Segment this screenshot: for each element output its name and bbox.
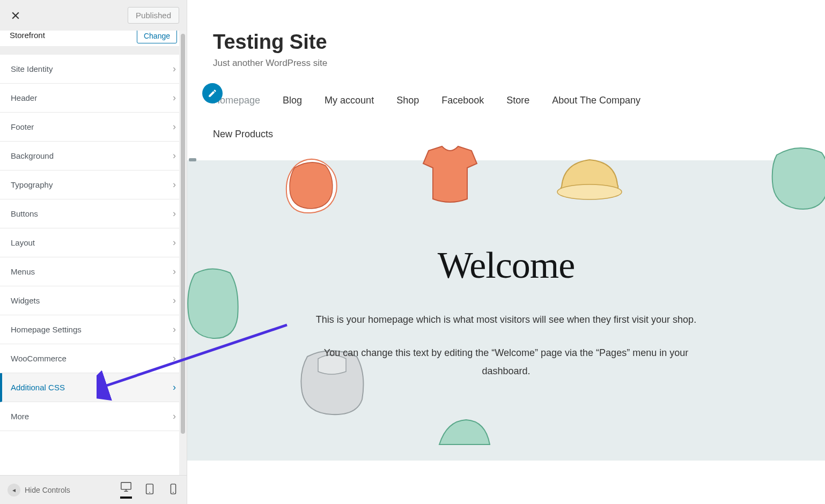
chevron-right-icon: › — [173, 63, 176, 75]
panel-background[interactable]: Background› — [0, 142, 187, 171]
panel-header[interactable]: Header› — [0, 84, 187, 113]
hide-controls-label: Hide Controls — [25, 486, 70, 494]
panel-label: Header — [11, 93, 37, 102]
collapse-left-icon: ◂ — [8, 484, 20, 496]
panel-label: Background — [11, 151, 54, 160]
welcome-heading: Welcome — [219, 244, 793, 287]
panel-label: WooCommerce — [11, 354, 67, 363]
chevron-right-icon: › — [173, 150, 176, 161]
site-title: Testing Site — [213, 31, 825, 54]
panel-typography[interactable]: Typography› — [0, 171, 187, 199]
panel-label: More — [11, 412, 29, 421]
panel-label: Menus — [11, 267, 35, 276]
panel-additional-css[interactable]: Additional CSS› — [0, 373, 187, 402]
chevron-right-icon: › — [173, 295, 176, 306]
welcome-section: Welcome This is your homepage which is w… — [187, 244, 825, 396]
nav-item-new-products[interactable]: New Products — [213, 129, 273, 139]
panel-label: Footer — [11, 122, 34, 131]
panel-layout[interactable]: Layout› — [0, 228, 187, 257]
partial-illustration — [434, 418, 493, 450]
panel-homepage-settings[interactable]: Homepage Settings› — [0, 315, 187, 344]
panel-label: Buttons — [11, 209, 38, 218]
device-switcher — [120, 481, 179, 499]
close-icon — [10, 10, 21, 21]
edit-shortcut-button[interactable] — [202, 83, 223, 103]
panel-label: Typography — [11, 180, 53, 189]
panel-label: Widgets — [11, 296, 40, 305]
panel-scroll-area: Active theme Storefront Change Site Iden… — [0, 31, 187, 475]
site-header: Testing Site Just another WordPress site — [187, 16, 825, 69]
device-desktop-button[interactable] — [120, 481, 132, 499]
cap-illustration — [552, 152, 627, 209]
pencil-icon — [208, 88, 217, 98]
panel-label: Homepage Settings — [11, 325, 82, 334]
panel-footer[interactable]: Footer› — [0, 113, 187, 142]
nav-item-shop[interactable]: Shop — [396, 95, 419, 106]
panel-site-identity[interactable]: Site Identity› — [0, 55, 187, 84]
chevron-right-icon: › — [173, 353, 176, 364]
nav-item-blog[interactable]: Blog — [283, 95, 302, 106]
panel-label: Site Identity — [11, 64, 53, 73]
accordion-list: Site Identity› Header› Footer› Backgroun… — [0, 55, 187, 431]
welcome-paragraph-1: This is your homepage which is what most… — [303, 310, 710, 329]
chevron-right-icon: › — [173, 266, 176, 277]
sidebar-footer: ◂ Hide Controls — [0, 475, 187, 504]
homepage-hero: Welcome This is your homepage which is w… — [187, 160, 825, 461]
primary-nav: Homepage Blog My account Shop Facebook S… — [187, 81, 825, 122]
panel-woocommerce[interactable]: WooCommerce› — [0, 344, 187, 373]
panel-menus[interactable]: Menus› — [0, 257, 187, 286]
mobile-icon — [167, 483, 179, 495]
chevron-right-icon: › — [173, 237, 176, 248]
jacket-illustration — [766, 144, 825, 214]
desktop-icon — [120, 481, 132, 493]
svg-point-9 — [557, 184, 622, 199]
nav-item-about[interactable]: About The Company — [552, 95, 640, 106]
scrollbar-thumb[interactable] — [181, 34, 185, 434]
panel-more[interactable]: More› — [0, 402, 187, 431]
chevron-right-icon: › — [173, 92, 176, 103]
customizer-sidebar: Published Active theme Storefront Change… — [0, 0, 187, 504]
chevron-right-icon: › — [173, 179, 176, 190]
hide-controls-button[interactable]: ◂ Hide Controls — [8, 484, 70, 496]
resize-handle[interactable] — [189, 158, 196, 161]
chevron-right-icon: › — [173, 324, 176, 335]
change-theme-button[interactable]: Change — [137, 31, 177, 43]
sidebar-toolbar: Published — [0, 0, 187, 31]
panel-buttons[interactable]: Buttons› — [0, 199, 187, 228]
chevron-right-icon: › — [173, 411, 176, 422]
chevron-right-icon: › — [173, 382, 176, 393]
device-tablet-button[interactable] — [144, 483, 156, 497]
panel-label: Additional CSS — [11, 383, 65, 392]
tshirt-illustration — [418, 145, 482, 207]
nav-item-store[interactable]: Store — [506, 95, 529, 106]
svg-rect-2 — [121, 483, 131, 490]
active-theme-row: Active theme Storefront Change — [0, 31, 187, 47]
device-mobile-button[interactable] — [167, 483, 179, 497]
published-button[interactable]: Published — [128, 7, 179, 24]
panel-widgets[interactable]: Widgets› — [0, 286, 187, 315]
panel-label: Layout — [11, 238, 35, 247]
active-theme-name: Storefront — [10, 31, 45, 40]
section-gap — [0, 47, 187, 55]
chevron-right-icon: › — [173, 121, 176, 132]
nav-item-my-account[interactable]: My account — [325, 95, 374, 106]
site-tagline: Just another WordPress site — [213, 58, 825, 69]
tablet-icon — [144, 483, 156, 495]
close-button[interactable] — [0, 0, 31, 31]
hoodie-illustration — [278, 155, 348, 222]
welcome-paragraph-2: You can change this text by editing the … — [303, 344, 710, 380]
nav-item-facebook[interactable]: Facebook — [441, 95, 484, 106]
chevron-right-icon: › — [173, 208, 176, 219]
sidebar-scrollbar[interactable] — [179, 31, 187, 475]
preview-pane: Testing Site Just another WordPress site… — [187, 0, 825, 504]
